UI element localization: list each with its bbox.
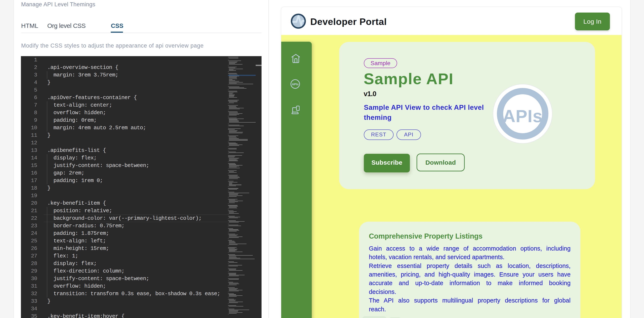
svg-text:APIs: APIs xyxy=(503,106,543,126)
svg-text:APIs: APIs xyxy=(292,83,298,86)
